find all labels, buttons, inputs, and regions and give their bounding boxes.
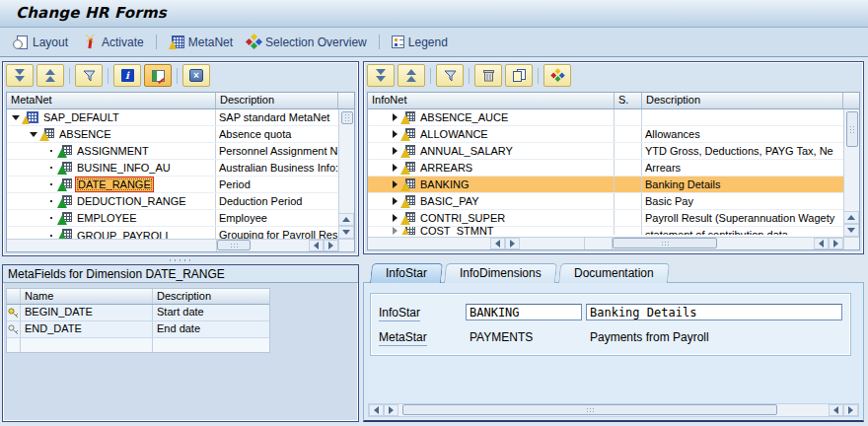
scroll-left-button[interactable] [309, 240, 324, 251]
column-header-infonet: InfoNet [368, 93, 615, 108]
scroll-right-button[interactable] [384, 404, 398, 416]
scroll-right-button[interactable] [843, 404, 858, 416]
horizontal-splitter[interactable] [2, 256, 359, 264]
expander-icon[interactable] [28, 132, 39, 137]
legend-button[interactable]: Legend [385, 34, 455, 51]
info-button[interactable]: i [113, 64, 141, 87]
delete-button[interactable] [474, 64, 502, 87]
tree-row-clipped[interactable]: COST_STMNT statement of contribution dat… [368, 227, 843, 235]
row-name: GROUP_PAYROLL [75, 228, 174, 240]
tree-row[interactable]: ABSENCE_AUCE [368, 109, 843, 126]
infostar-value-input[interactable] [466, 304, 582, 320]
tree-row[interactable]: GROUP_PAYROLL Grouping for Payroll Res [7, 227, 338, 239]
scroll-left-button[interactable] [829, 404, 843, 416]
scroll-left-button[interactable] [490, 238, 505, 249]
scroll-thumb[interactable] [846, 111, 858, 147]
tree-row[interactable]: EMPLOYEE Employee [7, 210, 338, 227]
selection-button[interactable] [543, 64, 571, 87]
collapse-all-button[interactable] [398, 64, 425, 87]
metastar-label: MetaStar [379, 330, 466, 344]
detail-tabstrip: InfoStar InfoDimensions Documentation [371, 262, 668, 283]
tree-row[interactable]: ABSENCE Absence quota [7, 126, 338, 143]
tab-label: InfoStar [386, 264, 427, 282]
expander-icon[interactable] [389, 214, 400, 222]
infostar-icon [400, 178, 415, 191]
expand-all-button[interactable] [6, 64, 34, 87]
expander-icon[interactable] [10, 115, 22, 120]
scroll-right-button[interactable] [324, 240, 338, 251]
expander-icon[interactable] [389, 130, 400, 138]
expander-icon[interactable] [389, 147, 400, 155]
vertical-scrollbar[interactable] [338, 109, 354, 239]
tree-row-selected[interactable]: BANKING Banking Details [368, 177, 843, 193]
tab-infodimensions[interactable]: InfoDimensions [444, 263, 557, 283]
expander-icon[interactable] [389, 180, 400, 188]
tab-documentation[interactable]: Documentation [558, 263, 670, 283]
tree-row[interactable]: ALLOWANCE Allowances [368, 126, 843, 143]
row-description: Employee [216, 210, 338, 226]
collapse-all-button[interactable] [36, 64, 64, 87]
scroll-right-button[interactable] [505, 238, 520, 249]
table-settings-button[interactable] [144, 64, 172, 87]
scroll-down-button[interactable] [339, 226, 354, 239]
scroll-up-button[interactable] [844, 211, 859, 224]
expander-icon[interactable] [389, 197, 400, 205]
scroll-down-button[interactable] [844, 224, 859, 237]
vertical-scrollbar[interactable] [843, 109, 859, 237]
selection-overview-button[interactable]: Selection Overview [240, 33, 374, 51]
scroll-right-button[interactable] [829, 238, 843, 249]
metanet-button[interactable]: MetaNet [162, 34, 240, 51]
dimension-icon [57, 212, 72, 225]
horizontal-scrollbar[interactable] [7, 239, 354, 251]
activate-button[interactable]: Activate [75, 34, 151, 51]
scroll-thumb[interactable] [217, 240, 251, 250]
field-name: BEGIN_DATE [21, 305, 153, 320]
tree-row[interactable]: ANNUAL_SALARY YTD Gross, Deductions, PAY… [368, 143, 843, 160]
scroll-thumb[interactable] [402, 404, 777, 415]
tree-row[interactable]: BUSINE_INFO_AU Australian Business Info: [7, 160, 338, 177]
metanet-tree-body: SAP_DEFAULT SAP standard MetaNet ABSENCE… [7, 109, 338, 239]
scroll-thumb[interactable] [613, 238, 717, 248]
expand-all-button[interactable] [367, 64, 395, 87]
scroll-left-button[interactable] [369, 404, 384, 416]
metafields-row[interactable]: BEGIN_DATE Start date [7, 305, 269, 321]
tree-row[interactable]: SAP_DEFAULT SAP standard MetaNet [7, 109, 338, 126]
tree-row[interactable]: ASSIGNMENT Personnel Assignment N [7, 143, 338, 160]
metastar-icon [39, 128, 54, 141]
expander-icon[interactable] [389, 164, 400, 172]
filter-button[interactable] [436, 64, 464, 87]
collapse-all-icon [406, 69, 416, 82]
infonet-tree-header: InfoNet S. Description [368, 93, 859, 109]
tree-row[interactable]: BASIC_PAY Basic Pay [368, 193, 843, 210]
expander-icon[interactable] [389, 113, 400, 121]
horizontal-scrollbar[interactable] [368, 237, 859, 249]
tab-infostar[interactable]: InfoStar [370, 263, 443, 283]
row-name: SAP_DEFAULT [41, 109, 121, 125]
form-row: InfoStar [379, 300, 842, 324]
filter-button[interactable] [75, 64, 103, 87]
layout-button[interactable]: Layout [6, 34, 75, 51]
scroll-up-button[interactable] [339, 213, 354, 226]
copy-icon [513, 69, 526, 82]
tree-row-selected[interactable]: DATE_RANGE Period [7, 177, 338, 193]
infostar-description-input[interactable] [586, 304, 842, 320]
detail-horizontal-scrollbar[interactable] [368, 403, 859, 417]
tree-row[interactable]: DEDUCTION_RANGE Deduction Period [7, 193, 338, 210]
expander-icon[interactable] [389, 227, 400, 235]
tree-row[interactable]: ARREARS Arrears [368, 160, 843, 177]
tree-row[interactable]: CONTRI_SUPER Payroll Result (Superannuat… [368, 210, 843, 227]
copy-button[interactable] [505, 64, 533, 87]
scroll-left-button[interactable] [814, 238, 829, 249]
toolbar-separator [379, 35, 380, 49]
dimension-icon [57, 229, 72, 239]
row-name: ANNUAL_SALARY [418, 143, 515, 159]
metanet-icon [169, 36, 184, 49]
legend-icon [392, 36, 404, 48]
row-name: BASIC_PAY [418, 193, 481, 209]
close-button[interactable]: × [182, 64, 210, 87]
infostar-form: InfoStar MetaStar PAYMENTS Payments from… [370, 293, 851, 356]
scroll-thumb[interactable] [341, 111, 353, 124]
metafields-row[interactable]: END_DATE End date [7, 321, 269, 338]
row-description [642, 109, 843, 125]
column-header-description: Description [153, 289, 269, 304]
